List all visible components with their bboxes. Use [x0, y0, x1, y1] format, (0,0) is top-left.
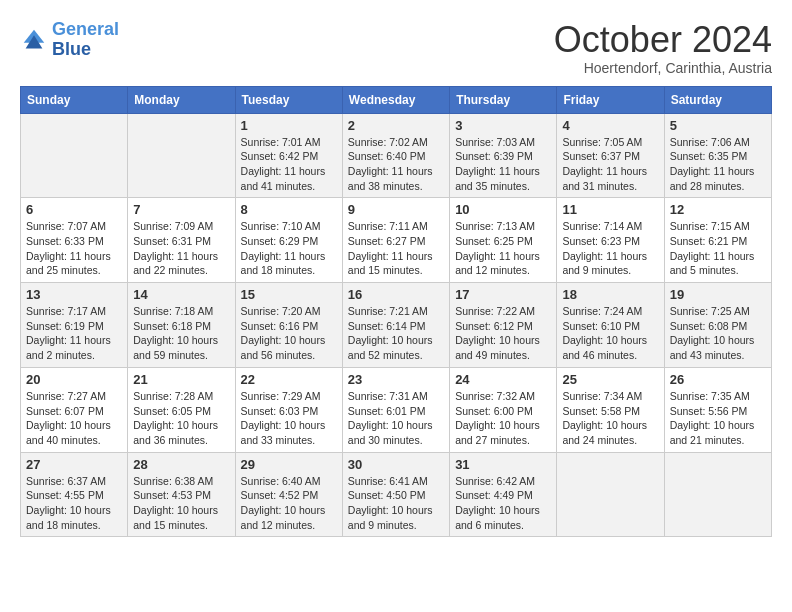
day-number: 28 [133, 457, 229, 472]
day-number: 26 [670, 372, 766, 387]
day-info: Sunrise: 7:32 AM Sunset: 6:00 PM Dayligh… [455, 389, 551, 448]
day-number: 15 [241, 287, 337, 302]
header-cell-sunday: Sunday [21, 86, 128, 113]
day-info: Sunrise: 7:11 AM Sunset: 6:27 PM Dayligh… [348, 219, 444, 278]
day-number: 6 [26, 202, 122, 217]
day-number: 17 [455, 287, 551, 302]
calendar-cell: 14Sunrise: 7:18 AM Sunset: 6:18 PM Dayli… [128, 283, 235, 368]
calendar-cell: 21Sunrise: 7:28 AM Sunset: 6:05 PM Dayli… [128, 367, 235, 452]
calendar-cell: 1Sunrise: 7:01 AM Sunset: 6:42 PM Daylig… [235, 113, 342, 198]
calendar-cell [664, 452, 771, 537]
calendar-cell: 9Sunrise: 7:11 AM Sunset: 6:27 PM Daylig… [342, 198, 449, 283]
calendar-cell: 6Sunrise: 7:07 AM Sunset: 6:33 PM Daylig… [21, 198, 128, 283]
calendar-cell: 31Sunrise: 6:42 AM Sunset: 4:49 PM Dayli… [450, 452, 557, 537]
calendar-cell: 2Sunrise: 7:02 AM Sunset: 6:40 PM Daylig… [342, 113, 449, 198]
header-cell-friday: Friday [557, 86, 664, 113]
day-info: Sunrise: 7:17 AM Sunset: 6:19 PM Dayligh… [26, 304, 122, 363]
day-number: 31 [455, 457, 551, 472]
day-info: Sunrise: 7:05 AM Sunset: 6:37 PM Dayligh… [562, 135, 658, 194]
calendar-cell: 5Sunrise: 7:06 AM Sunset: 6:35 PM Daylig… [664, 113, 771, 198]
day-info: Sunrise: 7:01 AM Sunset: 6:42 PM Dayligh… [241, 135, 337, 194]
day-info: Sunrise: 7:22 AM Sunset: 6:12 PM Dayligh… [455, 304, 551, 363]
calendar-cell: 30Sunrise: 6:41 AM Sunset: 4:50 PM Dayli… [342, 452, 449, 537]
calendar-cell: 28Sunrise: 6:38 AM Sunset: 4:53 PM Dayli… [128, 452, 235, 537]
calendar-cell: 26Sunrise: 7:35 AM Sunset: 5:56 PM Dayli… [664, 367, 771, 452]
header-cell-monday: Monday [128, 86, 235, 113]
day-info: Sunrise: 7:10 AM Sunset: 6:29 PM Dayligh… [241, 219, 337, 278]
calendar-cell: 29Sunrise: 6:40 AM Sunset: 4:52 PM Dayli… [235, 452, 342, 537]
day-number: 3 [455, 118, 551, 133]
day-info: Sunrise: 7:18 AM Sunset: 6:18 PM Dayligh… [133, 304, 229, 363]
day-info: Sunrise: 7:03 AM Sunset: 6:39 PM Dayligh… [455, 135, 551, 194]
day-number: 19 [670, 287, 766, 302]
day-number: 1 [241, 118, 337, 133]
day-number: 13 [26, 287, 122, 302]
calendar-cell: 16Sunrise: 7:21 AM Sunset: 6:14 PM Dayli… [342, 283, 449, 368]
day-info: Sunrise: 7:07 AM Sunset: 6:33 PM Dayligh… [26, 219, 122, 278]
calendar-cell: 17Sunrise: 7:22 AM Sunset: 6:12 PM Dayli… [450, 283, 557, 368]
day-info: Sunrise: 7:34 AM Sunset: 5:58 PM Dayligh… [562, 389, 658, 448]
day-number: 16 [348, 287, 444, 302]
day-info: Sunrise: 7:09 AM Sunset: 6:31 PM Dayligh… [133, 219, 229, 278]
calendar-cell [557, 452, 664, 537]
day-info: Sunrise: 6:41 AM Sunset: 4:50 PM Dayligh… [348, 474, 444, 533]
calendar-cell: 7Sunrise: 7:09 AM Sunset: 6:31 PM Daylig… [128, 198, 235, 283]
day-number: 14 [133, 287, 229, 302]
day-info: Sunrise: 7:27 AM Sunset: 6:07 PM Dayligh… [26, 389, 122, 448]
day-info: Sunrise: 7:14 AM Sunset: 6:23 PM Dayligh… [562, 219, 658, 278]
day-number: 2 [348, 118, 444, 133]
day-number: 4 [562, 118, 658, 133]
week-row-5: 27Sunrise: 6:37 AM Sunset: 4:55 PM Dayli… [21, 452, 772, 537]
day-info: Sunrise: 7:02 AM Sunset: 6:40 PM Dayligh… [348, 135, 444, 194]
calendar-cell: 19Sunrise: 7:25 AM Sunset: 6:08 PM Dayli… [664, 283, 771, 368]
day-number: 22 [241, 372, 337, 387]
day-info: Sunrise: 6:40 AM Sunset: 4:52 PM Dayligh… [241, 474, 337, 533]
day-number: 25 [562, 372, 658, 387]
header-cell-thursday: Thursday [450, 86, 557, 113]
calendar-cell: 3Sunrise: 7:03 AM Sunset: 6:39 PM Daylig… [450, 113, 557, 198]
logo-text: General Blue [52, 20, 119, 60]
calendar-cell: 11Sunrise: 7:14 AM Sunset: 6:23 PM Dayli… [557, 198, 664, 283]
day-number: 8 [241, 202, 337, 217]
logo-icon [20, 26, 48, 54]
week-row-4: 20Sunrise: 7:27 AM Sunset: 6:07 PM Dayli… [21, 367, 772, 452]
day-number: 30 [348, 457, 444, 472]
calendar-table: SundayMondayTuesdayWednesdayThursdayFrid… [20, 86, 772, 538]
day-number: 18 [562, 287, 658, 302]
calendar-cell [21, 113, 128, 198]
day-info: Sunrise: 7:31 AM Sunset: 6:01 PM Dayligh… [348, 389, 444, 448]
header-cell-wednesday: Wednesday [342, 86, 449, 113]
day-info: Sunrise: 7:13 AM Sunset: 6:25 PM Dayligh… [455, 219, 551, 278]
day-number: 10 [455, 202, 551, 217]
day-number: 29 [241, 457, 337, 472]
page-header: General Blue October 2024 Hoertendorf, C… [20, 20, 772, 76]
day-number: 21 [133, 372, 229, 387]
day-info: Sunrise: 7:29 AM Sunset: 6:03 PM Dayligh… [241, 389, 337, 448]
calendar-cell: 22Sunrise: 7:29 AM Sunset: 6:03 PM Dayli… [235, 367, 342, 452]
calendar-cell: 27Sunrise: 6:37 AM Sunset: 4:55 PM Dayli… [21, 452, 128, 537]
day-info: Sunrise: 7:25 AM Sunset: 6:08 PM Dayligh… [670, 304, 766, 363]
day-number: 5 [670, 118, 766, 133]
day-info: Sunrise: 7:28 AM Sunset: 6:05 PM Dayligh… [133, 389, 229, 448]
day-number: 9 [348, 202, 444, 217]
title-block: October 2024 Hoertendorf, Carinthia, Aus… [554, 20, 772, 76]
calendar-cell: 13Sunrise: 7:17 AM Sunset: 6:19 PM Dayli… [21, 283, 128, 368]
day-number: 20 [26, 372, 122, 387]
week-row-1: 1Sunrise: 7:01 AM Sunset: 6:42 PM Daylig… [21, 113, 772, 198]
calendar-cell: 8Sunrise: 7:10 AM Sunset: 6:29 PM Daylig… [235, 198, 342, 283]
day-info: Sunrise: 7:20 AM Sunset: 6:16 PM Dayligh… [241, 304, 337, 363]
calendar-cell: 15Sunrise: 7:20 AM Sunset: 6:16 PM Dayli… [235, 283, 342, 368]
day-info: Sunrise: 7:06 AM Sunset: 6:35 PM Dayligh… [670, 135, 766, 194]
calendar-cell: 20Sunrise: 7:27 AM Sunset: 6:07 PM Dayli… [21, 367, 128, 452]
day-number: 24 [455, 372, 551, 387]
day-number: 7 [133, 202, 229, 217]
day-number: 12 [670, 202, 766, 217]
calendar-cell: 23Sunrise: 7:31 AM Sunset: 6:01 PM Dayli… [342, 367, 449, 452]
calendar-cell: 18Sunrise: 7:24 AM Sunset: 6:10 PM Dayli… [557, 283, 664, 368]
calendar-cell [128, 113, 235, 198]
day-number: 27 [26, 457, 122, 472]
day-info: Sunrise: 7:15 AM Sunset: 6:21 PM Dayligh… [670, 219, 766, 278]
logo: General Blue [20, 20, 119, 60]
day-info: Sunrise: 7:21 AM Sunset: 6:14 PM Dayligh… [348, 304, 444, 363]
day-info: Sunrise: 6:42 AM Sunset: 4:49 PM Dayligh… [455, 474, 551, 533]
